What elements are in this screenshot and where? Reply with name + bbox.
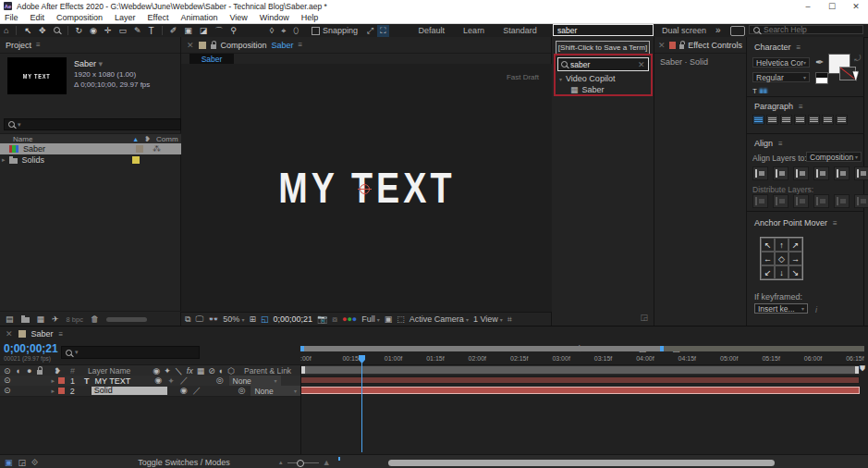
work-area-bar[interactable] (300, 365, 860, 375)
shy-icon[interactable]: ⬡ (227, 367, 235, 376)
menu-item[interactable]: Layer (115, 13, 136, 22)
interpret-footage-icon[interactable]: ▤ (6, 315, 14, 324)
workspace-settings-icon[interactable] (730, 26, 745, 36)
more-workspaces-chevron[interactable]: » (715, 26, 721, 35)
distribute-right-button[interactable] (854, 194, 868, 208)
pen-tool-icon[interactable]: ✎ (130, 26, 145, 35)
pan-behind-tool-icon[interactable]: ✛ (101, 26, 116, 35)
distribute-bottom-button[interactable] (793, 194, 809, 208)
name-column-header[interactable]: Name (13, 135, 32, 143)
parent-dropdown[interactable]: None▾ (251, 386, 300, 396)
stroke-options-swatch[interactable] (815, 72, 828, 84)
effects-item-saber[interactable]: ▦ Saber (556, 84, 651, 94)
anchor-up-button[interactable]: ↑ (775, 238, 789, 252)
main-monitor-icon[interactable]: 🖵 (195, 315, 203, 324)
align-to-dropdown[interactable]: Composition▾ (806, 152, 862, 162)
label-column-icon[interactable]: ❥ (54, 367, 61, 376)
magnification-dropdown[interactable]: 50%▾ (223, 314, 244, 324)
anchor-left-button[interactable]: ← (761, 252, 775, 265)
close-panel-icon[interactable]: ✕ (6, 329, 13, 339)
sort-arrow-icon[interactable]: ▲ (132, 136, 139, 142)
vr-icon[interactable]: 👓 (208, 315, 218, 324)
timeline-search-field[interactable]: ▾ (61, 346, 200, 359)
align-horizontal-left-button[interactable] (752, 166, 768, 180)
frame-blend-icon[interactable]: ＼ (175, 367, 183, 376)
video-column-icon[interactable]: ⊙ (4, 367, 11, 376)
new-folder-icon[interactable] (21, 317, 30, 323)
anchor-down-left-button[interactable]: ↙ (761, 265, 775, 279)
motion-blur-column-icon[interactable]: ⊘ (208, 367, 215, 376)
zoom-out-mountain-icon[interactable]: ▲ (278, 460, 284, 465)
quality-slash-icon[interactable]: ／ (180, 376, 189, 385)
motion-blur-toggle-icon[interactable]: ⟐ (31, 459, 38, 467)
anchor-point-mover-header[interactable]: Anchor Point Mover≡ (754, 218, 837, 228)
project-search-field[interactable]: ▾ (4, 118, 181, 130)
align-vertical-center-button[interactable] (834, 166, 850, 180)
brush-tool-icon[interactable]: ✐ (166, 26, 181, 35)
snapping-toggle[interactable]: Snapping (312, 26, 358, 35)
composition-panel-label[interactable]: Composition (221, 41, 267, 50)
layer-name-edit-field[interactable]: Solid (92, 387, 167, 395)
paragraph-panel-header[interactable]: Paragraph≡ (754, 102, 803, 111)
resolution-dropdown[interactable]: Full▾ (361, 314, 380, 324)
snapshot-camera-icon[interactable]: 📷 (317, 315, 327, 324)
align-left-button[interactable] (752, 115, 764, 125)
trash-icon[interactable]: 🗑 (91, 315, 99, 324)
justify-all-button[interactable] (836, 115, 848, 125)
workspace-tab-default[interactable]: Default (410, 26, 455, 35)
info-icon[interactable]: i (815, 305, 817, 314)
shape-tool-icon[interactable]: ▭ (115, 26, 130, 35)
menu-item[interactable]: Help (301, 13, 319, 22)
pixel-aspect-icon[interactable]: ⌗ (507, 315, 512, 324)
swap-fill-stroke-icon[interactable]: ⤾ (854, 54, 862, 64)
timeline-tab[interactable]: ✕ Saber ≡ (0, 326, 868, 341)
close-button[interactable]: ✕ (844, 2, 868, 11)
workspace-tab-learn[interactable]: Learn (454, 26, 494, 35)
panel-menu-icon[interactable]: ≡ (59, 330, 64, 339)
character-panel-header[interactable]: Character≡ (754, 43, 801, 52)
effects-switch-icon[interactable]: ✦ (167, 376, 175, 386)
label-column-icon[interactable]: ❥ (144, 135, 151, 143)
justify-last-left-button[interactable] (794, 115, 806, 125)
anchor-point-marker[interactable] (360, 184, 370, 194)
rotate-tool-icon[interactable]: ↻ (72, 26, 87, 35)
frame-blend-toggle-icon[interactable]: ◲ (18, 459, 27, 467)
work-area-start-handle[interactable] (301, 366, 305, 374)
project-row-solids[interactable]: ▸ Solids (0, 154, 181, 166)
quality-switch-icon[interactable]: ◉ (180, 387, 188, 395)
maximize-button[interactable]: ☐ (820, 2, 844, 11)
time-ruler[interactable]: :00f00:15f01:00f01:15f02:00f02:15f03:00f… (300, 352, 864, 365)
collapse-chevron-icon[interactable]: ▾ (559, 76, 562, 82)
panel-menu-icon[interactable]: ≡ (36, 41, 41, 49)
timeline-tab-label[interactable]: Saber (31, 329, 54, 339)
close-panel-icon[interactable]: ✕ (658, 41, 666, 50)
expand-transform-icon[interactable]: ▣ (5, 458, 13, 467)
align-horizontal-center-button[interactable] (773, 166, 789, 180)
quality-slash-icon[interactable]: ／ (193, 387, 202, 395)
expand-icon[interactable]: ⤢ (363, 26, 377, 36)
fast-draft-icon[interactable]: ⛶ (377, 25, 388, 37)
effects-search-field[interactable]: ✕ (557, 57, 649, 71)
time-navigator-bar[interactable] (300, 346, 864, 351)
distribute-left-button[interactable] (813, 194, 829, 208)
project-row-saber[interactable]: Saber ⁂ (0, 143, 181, 154)
composition-viewer[interactable]: Fast Draft MY TEXT (181, 64, 552, 312)
align-panel-header[interactable]: Align≡ (754, 139, 783, 148)
always-preview-icon[interactable]: ⧉ (185, 315, 190, 324)
menu-item[interactable]: File (5, 13, 18, 22)
channels-icon[interactable]: ●●● (342, 314, 357, 324)
distribute-vertical-center-button[interactable] (773, 194, 789, 208)
layer-1-duration-bar[interactable] (300, 376, 860, 384)
anchor-center-button[interactable]: ◇ (775, 252, 789, 265)
parent-dropdown[interactable]: None▾ (229, 376, 281, 386)
roto-brush-tool-icon[interactable]: ⌒ (211, 25, 226, 37)
effect-controls-label[interactable]: Effect Controls (688, 41, 742, 50)
camera-view-dropdown[interactable]: Active Camera▾ (410, 314, 469, 324)
anchor-down-button[interactable]: ↓ (775, 265, 789, 279)
panel-menu-icon[interactable]: ≡ (299, 41, 303, 49)
layer-visibility-icon[interactable]: ⊙ (4, 387, 11, 395)
view-layout-dropdown[interactable]: 1 View▾ (473, 314, 503, 324)
puppet-pin-tool-icon[interactable]: ⚲ (226, 26, 240, 35)
pickwhip-icon[interactable]: ◎ (238, 387, 246, 395)
eyedropper-icon[interactable]: ✒ (815, 57, 824, 68)
